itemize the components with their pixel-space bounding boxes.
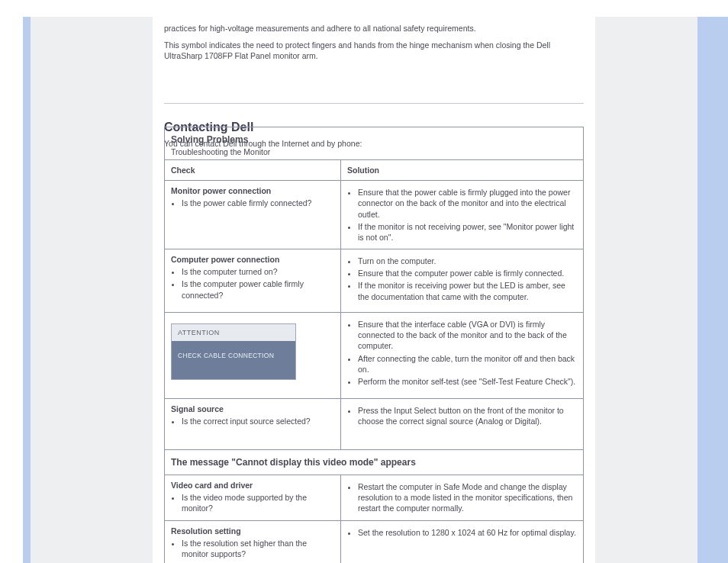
cell-check: Video card and driver Is the video mode … xyxy=(165,475,341,520)
solution-item: Ensure that the interface cable (VGA or … xyxy=(358,319,577,352)
cell-check: ATTENTION CHECK CABLE CONNECTION xyxy=(165,313,341,398)
solution-item: Perform the monitor self-test (see "Self… xyxy=(358,376,577,387)
troubleshooting-table: Solving Problems Troubleshooting the Mon… xyxy=(164,127,584,563)
check-label: Resolution setting xyxy=(171,526,241,536)
cell-solution: Ensure that the power cable is firmly pl… xyxy=(341,181,583,249)
page-edge-right xyxy=(697,17,705,563)
solution-item: Press the Input Select button on the fro… xyxy=(358,405,577,426)
intro-line-2: This symbol indicates the need to protec… xyxy=(164,40,584,61)
table-row: Video card and driver Is the video mode … xyxy=(164,475,584,521)
check-item: Is the video mode supported by the monit… xyxy=(182,492,334,513)
horizontal-rule xyxy=(164,103,584,104)
cell-solution: Set the resolution to 1280 x 1024 at 60 … xyxy=(341,521,583,563)
page-content: practices for high-voltage measurements … xyxy=(153,17,595,563)
osd-title: ATTENTION xyxy=(172,324,295,341)
osd-attention-box: ATTENTION CHECK CABLE CONNECTION xyxy=(171,323,296,380)
check-list: Is the video mode supported by the monit… xyxy=(171,492,334,513)
page-edge-far-right xyxy=(705,17,728,563)
osd-body: CHECK CABLE CONNECTION xyxy=(172,341,295,378)
check-list: Is the correct input source selected? xyxy=(171,416,334,426)
cell-check: Resolution setting Is the resolution set… xyxy=(165,521,341,563)
check-list: Is the resolution set higher than the mo… xyxy=(171,538,334,559)
table-row: Computer power connection Is the compute… xyxy=(164,249,584,313)
solution-item: After connecting the cable, turn the mon… xyxy=(358,353,577,375)
solution-item: Ensure that the computer power cable is … xyxy=(358,268,577,278)
solution-list: Press the Input Select button on the fro… xyxy=(347,405,577,426)
check-label: Monitor power connection xyxy=(171,186,271,195)
document-viewport: practices for high-voltage measurements … xyxy=(0,0,728,563)
page-background: practices for high-voltage measurements … xyxy=(31,17,697,563)
caption-subtitle: Troubleshooting the Monitor xyxy=(171,147,577,156)
intro-line-1: practices for high-voltage measurements … xyxy=(164,23,584,34)
page-edge-left xyxy=(23,17,31,563)
solution-item: Set the resolution to 1280 x 1024 at 60 … xyxy=(358,527,577,538)
caption-title: Solving Problems xyxy=(171,134,248,145)
check-label: Computer power connection xyxy=(171,255,279,264)
check-item: Is the computer power cable firmly conne… xyxy=(182,278,334,300)
table-caption: Solving Problems Troubleshooting the Mon… xyxy=(164,127,584,160)
solution-item: If the monitor is not receiving power, s… xyxy=(358,221,577,243)
solution-list: Ensure that the interface cable (VGA or … xyxy=(347,319,577,387)
cell-solution: Press the Input Select button on the fro… xyxy=(341,399,583,449)
table-row: ATTENTION CHECK CABLE CONNECTION Ensure … xyxy=(164,313,584,399)
solution-item: If the monitor is receiving power but th… xyxy=(358,280,577,301)
check-item: Is the computer turned on? xyxy=(182,266,334,277)
check-list: Is the power cable firmly connected? xyxy=(171,198,334,208)
cell-check: Signal source Is the correct input sourc… xyxy=(165,399,341,449)
check-item: Is the correct input source selected? xyxy=(182,416,334,426)
check-list: Is the computer turned on? Is the comput… xyxy=(171,266,334,301)
solution-list: Set the resolution to 1280 x 1024 at 60 … xyxy=(347,527,577,538)
table-header-row: Check Solution xyxy=(164,160,584,181)
header-check: Check xyxy=(165,160,341,180)
solution-list: Turn on the computer. Ensure that the co… xyxy=(347,256,577,302)
solution-item: Restart the computer in Safe Mode and ch… xyxy=(358,481,577,514)
cell-solution: Turn on the computer. Ensure that the co… xyxy=(341,249,583,312)
check-label: Video card and driver xyxy=(171,481,253,490)
header-solution: Solution xyxy=(341,160,583,180)
solution-item: Turn on the computer. xyxy=(358,256,577,266)
solution-list: Ensure that the power cable is firmly pl… xyxy=(347,187,577,243)
check-item: Is the power cable firmly connected? xyxy=(182,198,334,208)
cell-check: Computer power connection Is the compute… xyxy=(165,249,341,312)
solution-item: Ensure that the power cable is firmly pl… xyxy=(358,187,577,220)
cell-solution: Restart the computer in Safe Mode and ch… xyxy=(341,475,583,520)
table-row: Resolution setting Is the resolution set… xyxy=(164,521,584,563)
cell-solution: Ensure that the interface cable (VGA or … xyxy=(341,313,583,398)
check-item: Is the resolution set higher than the mo… xyxy=(182,538,334,559)
check-label: Signal source xyxy=(171,404,224,413)
section-title: The message "Cannot display this video m… xyxy=(165,450,583,475)
table-section-row: The message "Cannot display this video m… xyxy=(164,450,584,475)
table-row: Signal source Is the correct input sourc… xyxy=(164,399,584,450)
solution-list: Restart the computer in Safe Mode and ch… xyxy=(347,481,577,514)
table-row: Monitor power connection Is the power ca… xyxy=(164,181,584,249)
cell-check: Monitor power connection Is the power ca… xyxy=(165,181,341,249)
